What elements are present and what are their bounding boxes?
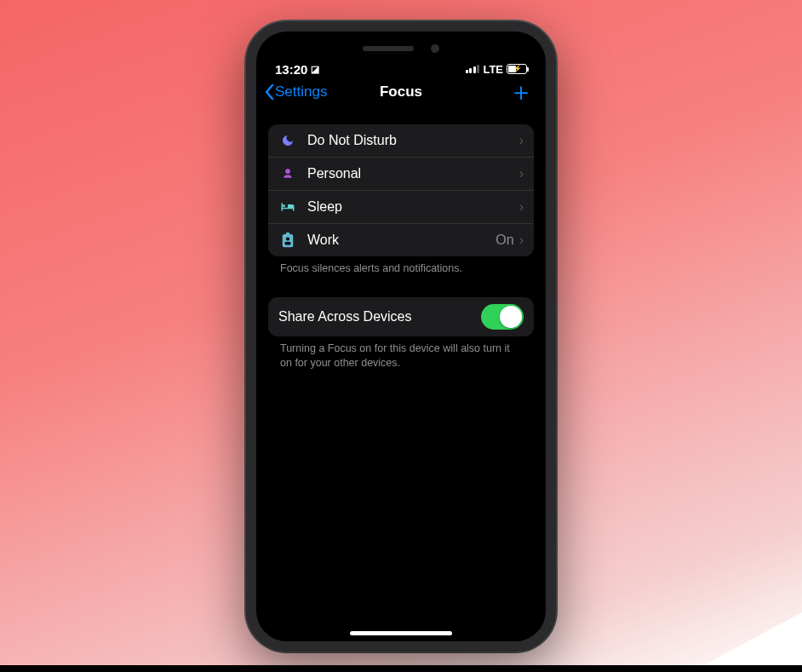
focus-row-personal[interactable]: Personal › xyxy=(268,157,534,190)
speaker-grill xyxy=(363,46,414,51)
back-label: Settings xyxy=(275,83,327,101)
chevron-right-icon: › xyxy=(519,133,524,148)
focus-row-label: Do Not Disturb xyxy=(307,133,514,148)
focus-modes-group: Do Not Disturb › Personal › Sleep › xyxy=(268,124,534,256)
svg-rect-1 xyxy=(286,233,289,235)
back-button[interactable]: Settings xyxy=(263,83,327,101)
share-across-devices-row: Share Across Devices xyxy=(268,297,534,336)
add-button[interactable]: ＋ xyxy=(508,83,534,101)
focus-row-value: On xyxy=(496,233,513,248)
location-icon: ◪ xyxy=(311,64,319,75)
decorative-corner xyxy=(691,612,802,672)
chevron-right-icon: › xyxy=(519,233,524,248)
notch xyxy=(256,32,546,57)
status-bar: 13:20 ◪ LTE ⚡ xyxy=(256,57,546,77)
moon-icon xyxy=(278,134,297,147)
bed-icon xyxy=(278,201,297,213)
focus-row-sleep[interactable]: Sleep › xyxy=(268,190,534,223)
focus-row-label: Sleep xyxy=(307,199,514,215)
svg-rect-0 xyxy=(283,234,293,247)
toggle-knob xyxy=(500,306,522,328)
decorative-bottom-strip xyxy=(0,665,802,672)
focus-row-work[interactable]: Work On › xyxy=(268,223,534,256)
svg-point-2 xyxy=(286,237,289,240)
battery-icon: ⚡ xyxy=(507,64,527,74)
home-indicator[interactable] xyxy=(350,631,452,635)
focus-row-label: Work xyxy=(307,233,496,248)
svg-rect-3 xyxy=(285,242,291,244)
front-camera xyxy=(431,44,439,53)
chevron-right-icon: › xyxy=(519,166,524,181)
chevron-right-icon: › xyxy=(519,199,524,215)
network-label: LTE xyxy=(483,63,503,76)
focus-row-do-not-disturb[interactable]: Do Not Disturb › xyxy=(268,124,534,157)
share-label: Share Across Devices xyxy=(278,309,481,325)
share-footer-text: Turning a Focus on for this device will … xyxy=(268,336,534,370)
nav-bar: Settings Focus ＋ xyxy=(256,77,546,109)
page-title: Focus xyxy=(380,83,422,101)
status-time: 13:20 xyxy=(275,62,307,77)
focus-footer-text: Focus silences alerts and notifications. xyxy=(268,256,534,276)
person-icon xyxy=(278,167,297,181)
focus-row-label: Personal xyxy=(307,166,514,181)
badge-icon xyxy=(278,233,297,248)
share-toggle[interactable] xyxy=(481,304,524,330)
phone-frame: 13:20 ◪ LTE ⚡ Settings Focus ＋ xyxy=(246,21,556,652)
signal-icon xyxy=(466,65,480,73)
chevron-left-icon xyxy=(263,83,275,101)
